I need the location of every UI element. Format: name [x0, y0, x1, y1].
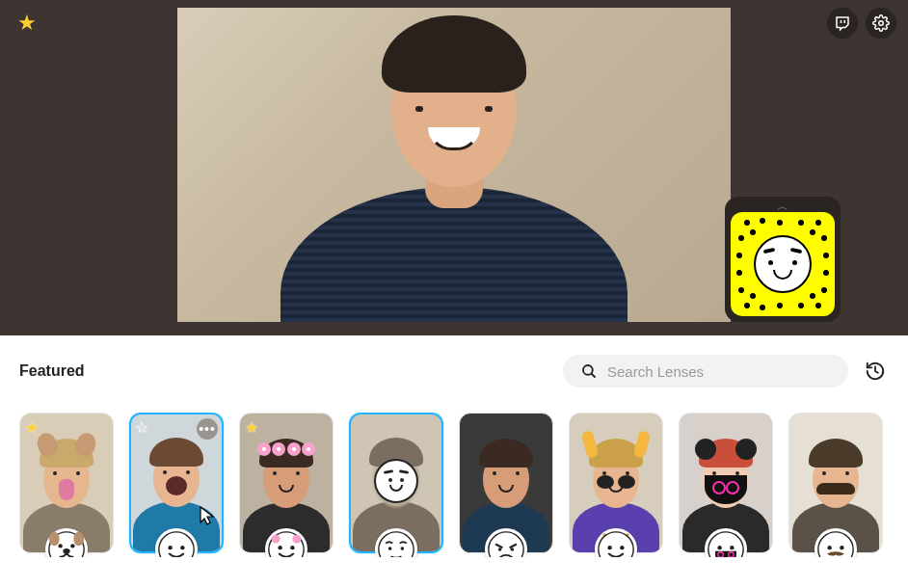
lens-icon	[595, 528, 637, 557]
svg-point-19	[401, 547, 405, 550]
svg-point-15	[272, 535, 280, 544]
more-icon[interactable]: •••	[197, 418, 218, 440]
lens-card-neon-mask[interactable]	[679, 413, 773, 553]
svg-line-2	[592, 374, 595, 377]
lens-icon	[155, 528, 198, 557]
svg-point-14	[290, 546, 294, 549]
lens-icon	[815, 528, 857, 557]
svg-point-22	[511, 548, 515, 551]
twitch-icon	[834, 14, 851, 32]
svg-point-6	[49, 532, 60, 547]
lens-icon	[45, 528, 88, 557]
svg-point-25	[620, 546, 624, 549]
svg-point-21	[498, 548, 502, 551]
svg-point-9	[159, 532, 194, 557]
svg-point-18	[388, 547, 392, 550]
lens-card-no-face[interactable]	[349, 413, 443, 553]
preview-person	[280, 71, 628, 322]
search-box[interactable]	[563, 355, 848, 388]
star-icon: ★	[17, 11, 37, 36]
twitch-button[interactable]	[827, 8, 858, 39]
lens-card-big-mouth[interactable]: ☆ •••	[129, 413, 224, 553]
panel-title: Featured	[19, 362, 85, 380]
svg-point-20	[489, 532, 523, 557]
svg-point-16	[292, 535, 301, 544]
lens-carousel[interactable]: ★ ☆ ••• ★	[19, 413, 889, 557]
lens-card-dog[interactable]: ★	[19, 413, 114, 553]
chevron-up-icon: ︿	[777, 202, 788, 210]
star-icon[interactable]: ☆	[135, 418, 148, 437]
lens-icon	[705, 528, 747, 557]
settings-button[interactable]	[866, 8, 896, 39]
camera-preview-area: ★ ︿	[0, 0, 908, 335]
history-button[interactable]	[862, 358, 889, 385]
lens-card-deer[interactable]	[569, 413, 663, 553]
svg-point-24	[607, 546, 611, 549]
snapcode-panel[interactable]: ︿	[725, 197, 841, 322]
svg-point-27	[717, 546, 721, 549]
svg-point-7	[73, 532, 84, 547]
lens-card-jaw[interactable]	[459, 413, 553, 553]
history-icon	[865, 361, 886, 382]
svg-point-10	[168, 546, 172, 549]
search-icon	[580, 362, 598, 380]
star-icon[interactable]: ★	[25, 418, 39, 437]
svg-point-33	[840, 546, 843, 549]
svg-point-0	[879, 21, 884, 26]
gear-icon	[872, 14, 890, 32]
lens-card-mustache[interactable]	[788, 413, 883, 553]
lens-icon	[265, 528, 307, 557]
lens-card-flowers[interactable]: ★	[239, 413, 334, 553]
snapcode	[731, 212, 835, 316]
svg-point-5	[70, 544, 74, 548]
star-icon[interactable]: ★	[245, 418, 258, 437]
svg-point-4	[58, 544, 62, 548]
lens-icon	[375, 528, 417, 557]
favorites-button[interactable]: ★	[12, 8, 42, 39]
lens-icon	[485, 528, 527, 557]
lens-panel: Featured	[0, 335, 908, 588]
svg-point-13	[278, 546, 281, 549]
svg-point-28	[730, 546, 734, 549]
svg-point-32	[827, 546, 831, 549]
svg-point-17	[379, 532, 414, 557]
camera-preview	[177, 8, 731, 322]
cursor-icon	[199, 505, 216, 530]
search-input[interactable]	[607, 363, 831, 380]
svg-point-11	[180, 546, 184, 549]
panel-header: Featured	[19, 355, 889, 388]
